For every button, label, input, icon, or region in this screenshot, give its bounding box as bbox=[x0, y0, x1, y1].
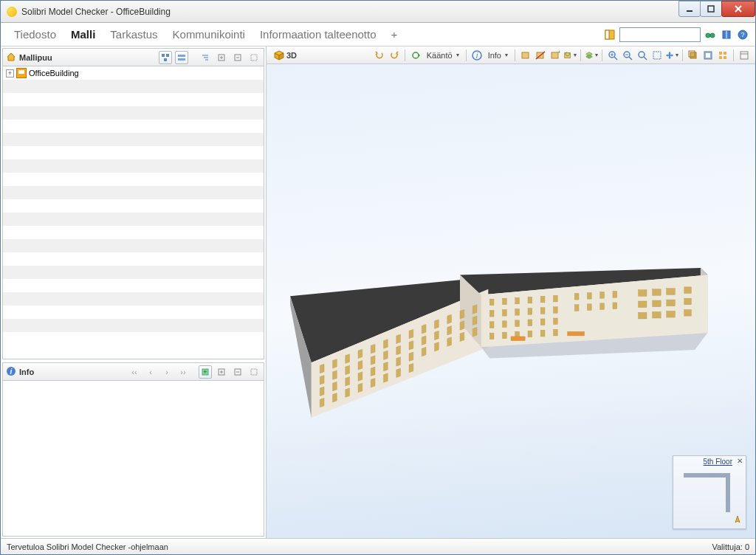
svg-marker-144 bbox=[371, 356, 375, 365]
svg-marker-166 bbox=[320, 398, 324, 407]
svg-rect-120 bbox=[503, 332, 507, 339]
svg-marker-164 bbox=[460, 332, 464, 341]
tree-layers-icon[interactable] bbox=[175, 51, 188, 64]
nav-last-icon[interactable]: ›› bbox=[176, 365, 190, 379]
svg-marker-139 bbox=[472, 305, 477, 314]
viewport-title: 3D bbox=[286, 51, 297, 60]
collapse-icon[interactable] bbox=[231, 51, 244, 64]
minimap-close-icon[interactable]: ✕ bbox=[735, 457, 744, 466]
menu-tiedosto[interactable]: Tiedosto bbox=[7, 25, 63, 44]
menu-kommunikointi[interactable]: Kommunikointi bbox=[165, 25, 252, 44]
menu-malli[interactable]: Malli bbox=[63, 25, 103, 44]
rotate-dropdown[interactable]: Kääntö bbox=[424, 51, 462, 60]
panel-icon[interactable] bbox=[738, 49, 751, 62]
svg-rect-69 bbox=[719, 56, 722, 59]
svg-rect-70 bbox=[724, 56, 726, 59]
info-win-icon[interactable] bbox=[247, 365, 261, 379]
tree-empty-row bbox=[3, 306, 264, 319]
svg-rect-104 bbox=[613, 303, 617, 309]
svg-marker-167 bbox=[333, 393, 337, 402]
content-area: Mallipuu + OfficeBuilding bbox=[1, 46, 755, 538]
tree-empty-row bbox=[3, 279, 264, 292]
svg-marker-41 bbox=[419, 54, 420, 57]
add-view-icon[interactable]: + bbox=[199, 365, 212, 379]
svg-rect-86 bbox=[553, 295, 557, 302]
zoom-out-icon[interactable] bbox=[621, 49, 634, 62]
svg-marker-156 bbox=[358, 372, 362, 381]
rotate-icon[interactable] bbox=[409, 49, 422, 62]
grid-icon[interactable] bbox=[716, 49, 729, 62]
nav-prev-icon[interactable]: ‹ bbox=[144, 365, 157, 379]
svg-rect-110 bbox=[503, 321, 507, 328]
svg-point-40 bbox=[413, 52, 419, 58]
svg-rect-15 bbox=[164, 58, 167, 61]
tree-empty-row bbox=[3, 80, 264, 93]
nav-first-icon[interactable]: ‹‹ bbox=[128, 365, 141, 379]
undo-icon[interactable] bbox=[373, 49, 386, 62]
info-expand-icon[interactable] bbox=[215, 365, 228, 379]
svg-marker-159 bbox=[396, 357, 401, 366]
menu-tarkastus[interactable]: Tarkastus bbox=[103, 25, 165, 44]
box-refresh-icon[interactable] bbox=[563, 49, 577, 62]
svg-marker-153 bbox=[320, 387, 324, 396]
svg-point-7 bbox=[710, 33, 715, 38]
svg-rect-118 bbox=[684, 309, 692, 316]
minimize-button[interactable] bbox=[678, 1, 701, 17]
zoom-fit-icon[interactable] bbox=[636, 49, 649, 62]
svg-marker-142 bbox=[346, 365, 350, 374]
svg-rect-112 bbox=[528, 320, 532, 326]
clip-icon[interactable] bbox=[687, 49, 700, 62]
svg-rect-119 bbox=[489, 333, 494, 339]
help-icon[interactable]: ? bbox=[736, 28, 749, 41]
indent-icon[interactable] bbox=[199, 51, 212, 64]
model-tree-title: Mallipuu bbox=[19, 53, 52, 62]
svg-marker-138 bbox=[460, 309, 464, 318]
redo-icon[interactable] bbox=[388, 49, 401, 62]
expand-icon[interactable] bbox=[215, 51, 228, 64]
panel-win-icon[interactable] bbox=[247, 51, 261, 64]
menu-informaation[interactable]: Informaation talteenotto bbox=[252, 25, 384, 44]
close-button[interactable] bbox=[721, 1, 755, 17]
tree-containment-icon[interactable] bbox=[159, 51, 172, 64]
svg-rect-114 bbox=[553, 318, 557, 325]
box-icon[interactable] bbox=[519, 49, 532, 62]
book-icon[interactable] bbox=[720, 28, 733, 41]
maximize-button[interactable] bbox=[700, 1, 722, 17]
tree-empty-row bbox=[3, 120, 264, 133]
model-tree-panel: Mallipuu + OfficeBuilding bbox=[2, 48, 264, 359]
info-button-icon[interactable]: i bbox=[470, 49, 484, 62]
binoculars-icon[interactable] bbox=[704, 28, 717, 41]
svg-rect-93 bbox=[667, 289, 675, 295]
nav-next-icon[interactable]: › bbox=[160, 365, 173, 379]
svg-marker-152 bbox=[472, 316, 477, 325]
minimap[interactable]: 5th Floor ✕ bbox=[673, 455, 746, 529]
menu-add-tab[interactable]: + bbox=[384, 25, 405, 44]
svg-marker-148 bbox=[422, 336, 426, 345]
svg-marker-136 bbox=[435, 320, 439, 328]
svg-rect-14 bbox=[166, 54, 169, 57]
layout-icon[interactable] bbox=[603, 28, 616, 41]
info-collapse-icon[interactable] bbox=[231, 365, 244, 379]
box-cut-icon[interactable] bbox=[534, 49, 547, 62]
expander-icon[interactable]: + bbox=[6, 69, 14, 77]
zoom-area-icon[interactable] bbox=[650, 49, 664, 62]
stack-icon[interactable] bbox=[585, 49, 598, 62]
svg-marker-169 bbox=[358, 383, 362, 392]
tree-empty-row bbox=[3, 173, 264, 186]
tree-empty-row bbox=[3, 292, 264, 306]
svg-rect-115 bbox=[638, 312, 646, 319]
svg-marker-137 bbox=[447, 314, 452, 323]
section-icon[interactable] bbox=[701, 49, 715, 62]
svg-rect-126 bbox=[568, 331, 585, 336]
pan-icon[interactable] bbox=[665, 49, 678, 62]
search-input[interactable] bbox=[619, 27, 701, 42]
svg-rect-106 bbox=[653, 300, 661, 307]
3d-scene[interactable]: 5th Floor ✕ bbox=[267, 64, 755, 538]
svg-marker-128 bbox=[333, 359, 337, 368]
box-plus-icon[interactable]: + bbox=[549, 49, 562, 62]
tree-root-row[interactable]: + OfficeBuilding bbox=[3, 66, 264, 80]
info-dropdown[interactable]: Info bbox=[485, 51, 511, 60]
minimap-title[interactable]: 5th Floor bbox=[704, 458, 732, 466]
tree-empty-row bbox=[3, 106, 264, 120]
zoom-in-icon[interactable] bbox=[606, 49, 619, 62]
